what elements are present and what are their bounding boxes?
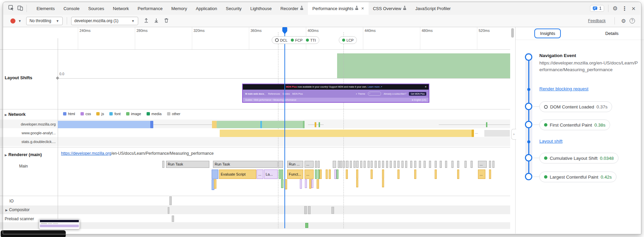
insight-link-render-blocking-request[interactable]: Render blocking request	[539, 86, 588, 91]
main-task-bar[interactable]	[278, 161, 283, 168]
main-task-bar[interactable]	[410, 161, 412, 168]
main-task-bar[interactable]	[350, 161, 352, 168]
insight-metric-first-contentful-paint[interactable]: First Contentful Paint0.38s	[539, 120, 610, 130]
network-request-bar[interactable]	[262, 121, 303, 128]
main-task-bar[interactable]	[378, 161, 380, 168]
main-task-bar[interactable]: ...	[478, 161, 487, 168]
main-activity-bar[interactable]	[346, 170, 348, 179]
tab-performance[interactable]: Performance	[133, 2, 167, 15]
main-task-bar[interactable]	[162, 161, 164, 168]
main-activity-bar[interactable]: ...	[478, 170, 485, 179]
main-task-bar[interactable]	[424, 161, 426, 168]
tab-memory[interactable]: Memory	[167, 2, 192, 15]
marker-lcp[interactable]: LCP	[342, 38, 354, 42]
tab-insights[interactable]: Insights	[516, 29, 580, 38]
track-activity-bar[interactable]	[172, 216, 174, 222]
inspect-element-icon[interactable]	[8, 5, 14, 12]
track-activity-bar[interactable]	[168, 207, 169, 214]
tab-console[interactable]: Console	[59, 2, 84, 15]
main-task-bar[interactable]	[414, 161, 416, 168]
layout-shift-region[interactable]	[337, 53, 510, 78]
main-task-bar[interactable]	[315, 161, 317, 168]
main-task-bar[interactable]	[368, 161, 370, 168]
main-task-bar[interactable]	[356, 161, 359, 168]
main-task-bar[interactable]: Run Task	[166, 161, 209, 168]
main-task-bar[interactable]	[492, 161, 494, 168]
network-request-bar[interactable]	[212, 121, 217, 128]
record-button[interactable]	[10, 18, 15, 23]
main-activity-bar[interactable]	[382, 170, 384, 179]
network-section-header[interactable]: ▶Network	[5, 112, 25, 117]
main-activity-bar[interactable]	[315, 170, 317, 179]
filmstrip-screenshot[interactable]: MDN Plus now available in your country! …	[242, 84, 429, 103]
network-request-bar[interactable]	[220, 130, 472, 137]
feedback-link[interactable]: Feedback	[588, 18, 606, 23]
tab-css-overview[interactable]: CSS Overview	[369, 2, 411, 15]
main-activity-bar[interactable]	[397, 170, 399, 179]
main-task-bar[interactable]	[364, 161, 366, 168]
main-task-bar[interactable]	[390, 161, 392, 168]
track-activity-bar[interactable]	[308, 206, 311, 214]
main-task-bar[interactable]	[471, 161, 473, 168]
tab-close-icon[interactable]: ✕	[361, 6, 364, 11]
settings-gear-icon[interactable]: ⚙	[612, 6, 618, 11]
track-activity-bar[interactable]	[331, 207, 334, 214]
main-task-bar[interactable]: Run ...	[287, 161, 303, 168]
tab-performance-insights[interactable]: Performance insights✕	[308, 2, 368, 15]
main-activity-bar[interactable]	[305, 179, 307, 188]
network-request-bar[interactable]	[303, 121, 305, 128]
main-activity-bar[interactable]	[457, 170, 459, 179]
tab-details[interactable]: Details	[580, 31, 644, 36]
network-request-bar[interactable]	[58, 121, 150, 128]
main-task-bar[interactable]	[375, 161, 377, 168]
renderer-page-url[interactable]: https://developer.mozilla.org/en-US/docs…	[61, 151, 214, 156]
main-activity-bar[interactable]	[281, 179, 283, 188]
main-task-bar[interactable]	[457, 161, 459, 168]
close-devtools-icon[interactable]: ✕	[631, 6, 636, 11]
tab-lighthouse[interactable]: Lighthouse	[246, 2, 276, 15]
throttling-select[interactable]: No throttling ▼	[26, 17, 63, 25]
tab-security[interactable]: Security	[221, 2, 246, 15]
network-request-bar[interactable]	[484, 130, 510, 137]
compositor-track-header[interactable]: ▶Compositor	[5, 207, 30, 212]
track-activity-bar[interactable]	[169, 196, 172, 205]
main-activity-bar[interactable]	[414, 170, 416, 179]
issues-counter[interactable]: 1	[590, 5, 604, 12]
delete-recording-icon[interactable]	[164, 18, 169, 24]
main-task-bar[interactable]	[401, 161, 404, 168]
panel-settings-gear-icon[interactable]: ⚙	[621, 18, 626, 24]
main-task-bar[interactable]	[318, 161, 320, 168]
main-activity-bar[interactable]	[285, 179, 287, 189]
main-activity-bar[interactable]	[435, 170, 437, 179]
network-request-bar[interactable]	[150, 121, 153, 128]
event-marker-pill[interactable]: DCLFCPTTI	[272, 36, 319, 44]
network-request-bar[interactable]	[486, 122, 487, 127]
main-activity-bar[interactable]	[329, 170, 331, 179]
main-task-bar[interactable]	[397, 161, 399, 168]
network-request-bar[interactable]	[315, 122, 316, 127]
main-task-bar[interactable]	[338, 161, 340, 168]
track-activity-bar[interactable]	[304, 206, 307, 214]
marker-dcl[interactable]: DCL	[275, 38, 287, 42]
main-task-bar[interactable]	[445, 161, 447, 168]
record-options-caret[interactable]: ▼	[18, 19, 21, 23]
network-request-bar[interactable]	[319, 122, 320, 127]
main-task-bar[interactable]	[440, 161, 442, 168]
main-activity-bar[interactable]: Evaluate Script	[219, 170, 256, 179]
main-activity-bar[interactable]	[356, 179, 358, 187]
main-activity-bar[interactable]	[382, 179, 384, 187]
main-activity-bar[interactable]: ...	[305, 170, 314, 179]
tab-javascript-profiler[interactable]: JavaScript Profiler	[411, 2, 455, 15]
main-task-bar[interactable]	[451, 161, 453, 168]
main-task-bar[interactable]	[429, 161, 431, 168]
main-task-bar[interactable]	[382, 161, 384, 168]
network-request-bar[interactable]	[439, 125, 510, 125]
main-task-bar[interactable]	[465, 161, 467, 168]
playhead-handle[interactable]	[282, 27, 287, 34]
main-task-bar[interactable]	[419, 161, 421, 168]
main-task-bar[interactable]	[371, 161, 373, 168]
main-activity-bar[interactable]	[489, 170, 491, 179]
main-activity-bar[interactable]	[326, 170, 328, 179]
main-task-bar[interactable]	[354, 161, 356, 168]
main-activity-bar[interactable]	[317, 179, 319, 189]
